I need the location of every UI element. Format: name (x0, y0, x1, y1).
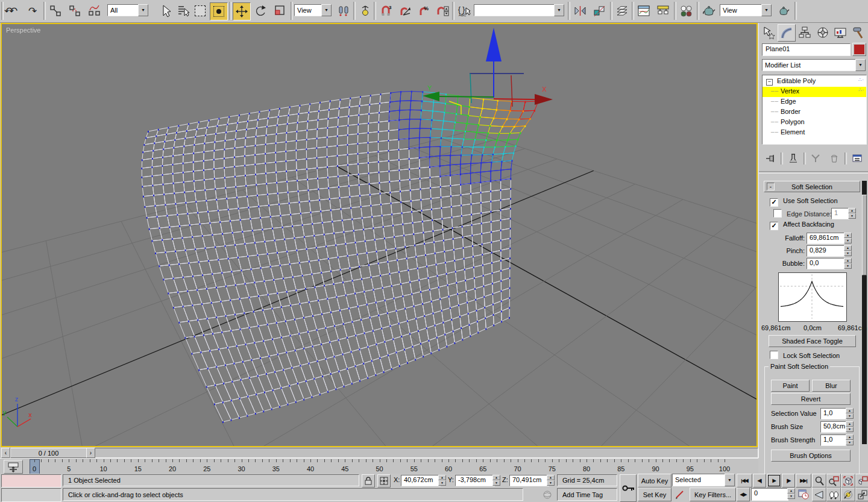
rollout-collapse-icon[interactable]: - (767, 183, 775, 190)
chevron-down-icon[interactable]: ▼ (138, 4, 148, 16)
x-spinner[interactable]: ▲▼ (438, 475, 446, 486)
panel-scrollbar[interactable] (862, 181, 867, 444)
absolute-mode-toggle[interactable] (377, 474, 391, 488)
selection-value-field[interactable]: 1,0 (820, 408, 847, 419)
arc-rotate-button[interactable] (841, 488, 855, 501)
tab-modify[interactable] (778, 24, 796, 42)
stack-item-edge[interactable]: ┄┄ Edge (763, 97, 866, 107)
shaded-face-toggle-button[interactable]: Shaded Face Toggle (769, 335, 856, 347)
edge-distance-spinner[interactable]: ▲▼ (848, 208, 856, 219)
pinch-field[interactable]: 0,829 (807, 245, 845, 257)
perspective-viewport[interactable]: Perspective (1, 23, 758, 447)
use-soft-selection-row[interactable]: ✓ Use Soft Selection (770, 197, 838, 207)
configure-modifier-sets-button[interactable] (849, 152, 866, 165)
viewport-canvas[interactable] (2, 24, 756, 446)
stack-item-vertex[interactable]: ┄┄ Vertex ∴· (763, 87, 866, 97)
track-bar[interactable]: 0510152025303540455055606570758085909510… (0, 458, 758, 475)
zoom-extents-button[interactable] (841, 474, 855, 488)
z-coordinate-field[interactable]: 70,491cm (509, 475, 549, 486)
brush-strength-spinner[interactable]: ▲▼ (846, 435, 854, 445)
macro-recorder-pane[interactable] (1, 474, 61, 488)
tab-motion[interactable] (814, 24, 832, 40)
revert-button[interactable]: Revert (771, 393, 851, 405)
collapse-box-icon[interactable]: − (766, 79, 773, 86)
tab-create[interactable] (760, 24, 778, 40)
stack-item-element[interactable]: ┄┄ Element (763, 128, 866, 138)
align-button[interactable] (591, 2, 608, 19)
time-slider-next-button[interactable]: › (86, 448, 95, 458)
layer-manager-button[interactable] (614, 2, 631, 19)
go-to-start-button[interactable]: |◀◀ (737, 474, 752, 488)
go-to-end-button[interactable]: ▶▶| (796, 474, 811, 488)
tab-display[interactable] (832, 24, 850, 40)
chevron-down-icon[interactable]: ▼ (761, 4, 772, 16)
zoom-extents-all-button[interactable] (855, 474, 868, 488)
edge-distance-row[interactable]: Edge Distance: (773, 209, 832, 218)
lock-soft-selection-checkbox[interactable] (770, 351, 778, 359)
show-end-result-button[interactable] (785, 152, 802, 165)
key-mode-toggle-button[interactable]: ◀▶ (737, 488, 750, 501)
zoom-button[interactable] (812, 474, 826, 488)
reference-coordinate-dropdown[interactable]: View ▼ (294, 4, 332, 16)
chevron-down-icon[interactable]: ▼ (855, 59, 866, 71)
stack-item-border[interactable]: ┄┄ Border (763, 107, 866, 118)
render-setup-button[interactable] (700, 2, 717, 19)
make-unique-button[interactable] (807, 152, 824, 165)
scrollbar-thumb[interactable] (862, 195, 867, 275)
play-button[interactable]: ▶ (767, 474, 781, 488)
ruler[interactable]: 0510152025303540455055606570758085909510… (0, 459, 758, 474)
previous-frame-button[interactable]: ◀| (753, 474, 766, 488)
remove-modifier-button[interactable] (826, 152, 843, 165)
x-coordinate-field[interactable]: 40,672cm (401, 475, 441, 486)
lock-soft-selection-row[interactable]: Lock Soft Selection (770, 351, 840, 359)
tab-utilities[interactable] (849, 24, 867, 40)
named-selection-dropdown[interactable]: ▼ (474, 4, 564, 16)
frame-spinner[interactable]: ▲▼ (787, 488, 795, 499)
percent-snap-toggle-button[interactable]: % (416, 2, 433, 19)
paint-button[interactable]: Paint (771, 380, 810, 392)
time-slider-prev-button[interactable]: ‹ (1, 448, 10, 458)
selection-filter-dropdown[interactable]: All ▼ (107, 4, 148, 16)
material-editor-button[interactable] (678, 2, 694, 19)
quick-render-button[interactable] (775, 2, 792, 19)
key-filters-button[interactable]: Key Filters... (690, 488, 736, 501)
snap-toggle-3d-button[interactable]: 3 (377, 2, 394, 19)
zoom-all-button[interactable] (826, 474, 841, 488)
named-selection-sets-button[interactable]: { }ABC (456, 2, 473, 19)
tab-hierarchy[interactable] (796, 24, 814, 40)
brush-size-field[interactable]: 50,8cm (820, 421, 847, 433)
chevron-down-icon[interactable]: ▼ (321, 4, 332, 16)
mirror-button[interactable] (571, 2, 588, 19)
curve-editor-button[interactable] (635, 2, 652, 19)
select-and-link-button[interactable] (47, 2, 64, 19)
select-by-name-button[interactable] (175, 2, 192, 19)
viewport-label[interactable]: Perspective (6, 27, 40, 34)
bubble-field[interactable]: 0,0 (807, 258, 845, 269)
key-mode-dropdown[interactable]: Selected ▼ (672, 474, 735, 486)
brush-options-button[interactable]: Brush Options (771, 450, 851, 462)
select-and-move-button[interactable] (233, 2, 251, 20)
add-time-tag[interactable]: Add Time Tag (557, 488, 617, 501)
select-and-scale-button[interactable] (271, 2, 288, 19)
stack-item-polygon[interactable]: ┄┄ Polygon (763, 118, 866, 128)
schematic-view-button[interactable] (655, 2, 671, 19)
edge-distance-checkbox[interactable] (773, 209, 782, 218)
bubble-spinner[interactable]: ▲▼ (844, 258, 852, 269)
selection-lock-toggle[interactable] (362, 474, 375, 488)
current-frame-field[interactable]: 0 (751, 488, 788, 501)
y-coordinate-field[interactable]: -3,798cm (455, 475, 495, 486)
time-slider-handle[interactable]: 0 / 100 (10, 448, 87, 458)
window-crossing-toggle[interactable] (210, 2, 228, 20)
falloff-spinner[interactable]: ▲▼ (844, 233, 852, 243)
edge-distance-field[interactable]: 1 (831, 208, 849, 219)
unlink-selection-button[interactable] (66, 2, 83, 19)
time-slider-track[interactable] (10, 448, 758, 458)
pinch-spinner[interactable]: ▲▼ (844, 245, 852, 256)
set-keys-button[interactable] (620, 474, 637, 502)
next-frame-button[interactable]: |▶ (782, 474, 795, 488)
affect-backfacing-checkbox[interactable]: ✓ (770, 222, 778, 230)
soft-selection-rollout-header[interactable]: - Soft Selection (764, 181, 860, 192)
time-configuration-button[interactable] (797, 488, 810, 500)
maximize-viewport-toggle[interactable] (855, 488, 868, 501)
bind-to-space-warp-button[interactable] (86, 2, 102, 19)
